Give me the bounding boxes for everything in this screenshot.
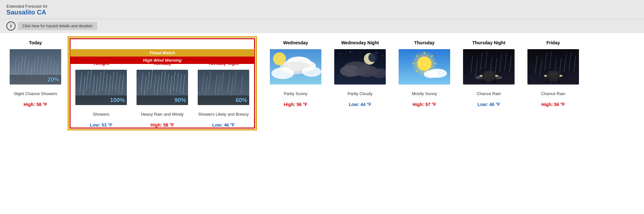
- weather-image-tuesday: 90%: [137, 70, 188, 105]
- svg-point-67: [302, 67, 321, 77]
- desc-thursday-night: Chance Rain: [477, 87, 501, 100]
- day-label-wednesday: Wednesday: [283, 36, 308, 49]
- temp-wednesday-night: Low: 44 °F: [349, 102, 371, 107]
- desc-tuesday: Heavy Rain and Windy: [141, 108, 184, 120]
- weather-image-tuesday-night: 60%: [198, 70, 249, 105]
- day-label-today: Today: [29, 36, 42, 49]
- header-title: Sausalito CA: [6, 9, 638, 16]
- precip-today: 20%: [48, 76, 59, 83]
- temp-thursday: High: 57 °F: [412, 102, 436, 107]
- desc-friday: Chance Rain: [541, 87, 565, 100]
- day-label-wednesday-night: Wednesday Night: [341, 36, 379, 49]
- svg-point-126: [557, 79, 561, 83]
- day-label-thursday-night: Thursday Night: [472, 36, 506, 49]
- temp-wednesday: High: 56 °F: [284, 102, 307, 107]
- header: Extended Forecast for Sausalito CA: [0, 0, 644, 19]
- hazard-bar[interactable]: i Click here for hazard details and dura…: [0, 19, 644, 33]
- svg-point-108: [481, 79, 485, 83]
- weather-image-tonight: 100%: [75, 70, 127, 105]
- day-label-friday: Friday: [546, 36, 560, 49]
- desc-tonight: Showers: [93, 108, 109, 120]
- svg-point-73: [382, 55, 383, 56]
- weather-image-thursday: [399, 49, 450, 85]
- svg-point-69: [340, 54, 341, 54]
- header-subtitle: Extended Forecast for: [6, 4, 638, 9]
- desc-tuesday-night: Showers Likely and Breezy: [198, 108, 249, 120]
- svg-point-66: [271, 67, 294, 79]
- desc-thursday: Mostly Sunny: [412, 87, 437, 100]
- weather-image-today: 20%: [10, 49, 61, 85]
- temp-tonight: Low: 53 °F: [90, 122, 112, 128]
- svg-point-71: [360, 53, 360, 53]
- info-icon: i: [6, 22, 15, 31]
- weather-image-wednesday-night: [334, 49, 386, 85]
- flood-watch-banner: Flood Watch: [70, 49, 254, 57]
- forecast-container: Today: [0, 33, 644, 214]
- alert-group: Flood Watch High Wind Warning Tonight: [68, 36, 257, 130]
- svg-rect-124: [548, 71, 558, 76]
- svg-point-125: [545, 79, 549, 83]
- temp-tuesday-night: Low: 46 °F: [212, 122, 235, 128]
- svg-point-127: [544, 75, 547, 77]
- svg-point-128: [559, 75, 563, 77]
- svg-point-109: [493, 79, 497, 83]
- svg-point-111: [495, 75, 498, 77]
- forecast-item-thursday-night: Thursday Night: [457, 36, 521, 107]
- forecast-item-friday: Friday: [521, 36, 585, 107]
- precip-tuesday: 90%: [175, 97, 186, 104]
- precip-tuesday-night: 60%: [236, 97, 247, 104]
- svg-point-72: [376, 52, 376, 53]
- svg-point-75: [368, 53, 377, 62]
- temp-today: High: 58 °F: [24, 102, 47, 107]
- weather-image-thursday-night: [463, 49, 515, 85]
- hazard-link[interactable]: Click here for hazard details and durati…: [18, 22, 97, 30]
- weather-image-friday: [527, 49, 579, 85]
- temp-tuesday: High: 58 °F: [150, 122, 174, 128]
- svg-rect-107: [484, 71, 494, 76]
- desc-today: Slight Chance Showers: [14, 87, 57, 100]
- svg-point-70: [350, 51, 351, 52]
- temp-thursday-night: Low: 46 °F: [478, 102, 500, 107]
- svg-point-82: [417, 57, 431, 71]
- weather-image-wednesday: [270, 49, 321, 85]
- temp-friday: High: 56 °F: [541, 102, 565, 107]
- svg-point-92: [424, 70, 438, 78]
- desc-wednesday-night: Partly Cloudy: [347, 87, 372, 100]
- day-label-thursday: Thursday: [414, 36, 434, 49]
- wind-warning-banner: High Wind Warning: [70, 57, 254, 64]
- forecast-item-today: Today: [3, 36, 68, 107]
- forecast-item-wednesday-night: Wednesday Night: [328, 36, 392, 107]
- svg-point-110: [479, 75, 483, 77]
- alert-banners: Flood Watch High Wind Warning: [70, 49, 254, 64]
- desc-wednesday: Partly Sunny: [284, 87, 308, 100]
- forecast-item-thursday: Thursday: [392, 36, 457, 107]
- forecast-item-wednesday: Wednesday: [263, 36, 328, 107]
- precip-tonight: 100%: [110, 97, 125, 104]
